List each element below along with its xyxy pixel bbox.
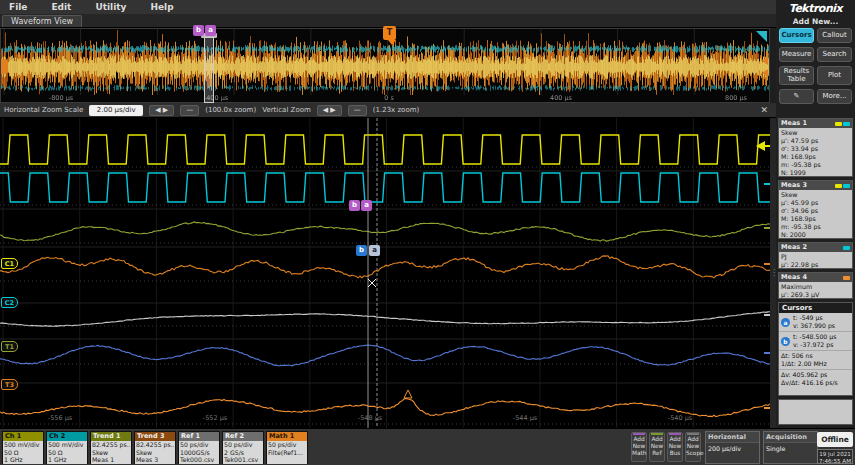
bottom-badge-bar: Ch 1 500 mV/div 50 Ω 1 GHz Ch 2 500 mV/d…: [0, 428, 855, 465]
badge-ref1[interactable]: Ref 1 50 ps/div 1000GS/s Tek000.csv: [178, 431, 220, 464]
trigger-level-arrow-icon[interactable]: [756, 141, 765, 151]
v-zoom-minus-button[interactable]: —: [348, 105, 367, 116]
empty-results-panel: [778, 399, 853, 425]
acquisition-badge[interactable]: Acquisition Single: [763, 431, 818, 464]
handle-ch1[interactable]: C1: [1, 258, 18, 269]
overview-axis-tick: 400 μs: [550, 94, 572, 102]
handle-ch2[interactable]: C2: [1, 297, 18, 308]
zoom-close-icon[interactable]: ✕: [760, 105, 772, 115]
badge-ref1-title: Ref 1: [179, 432, 219, 441]
overview-channel-handle[interactable]: [1, 59, 8, 74]
handle-trend3[interactable]: T3: [1, 379, 18, 390]
add-results-table-button[interactable]: Results Table: [779, 66, 814, 85]
badge-line: Tek000.csv: [180, 456, 218, 464]
badge-ch2-title: Ch 2: [47, 432, 87, 441]
cursors-readout-badge[interactable]: Cursors a t: -549 μs v: 367.990 ps b t: …: [778, 302, 853, 396]
time-value: 7:46:55 AM: [819, 458, 851, 464]
cursor-a-time: t: -549 μs: [793, 314, 835, 322]
badge-line: 82.4255 ps...: [92, 441, 130, 449]
add-measure-button[interactable]: Measure: [779, 47, 814, 62]
datetime-display[interactable]: 19 Jul 2021 7:46:55 AM: [817, 449, 853, 464]
add-callout-button[interactable]: Callout: [817, 28, 852, 43]
cursor-b-flag-trend1[interactable]: b: [349, 200, 360, 211]
draw-button[interactable]: ✎: [779, 89, 814, 104]
meas1-title: Meas 1: [781, 119, 807, 128]
badge-line: 50 Ω: [4, 449, 42, 457]
main-axis-tick: -544 μs: [513, 414, 537, 422]
add-search-button[interactable]: Search: [817, 47, 852, 62]
bus-color-strip: [669, 433, 681, 435]
meas2-mean: μ': 22.98 ps: [781, 261, 850, 269]
more-button[interactable]: More...: [817, 89, 852, 104]
badge-trend1-title: Trend 1: [91, 432, 131, 441]
waveform-traces: [0, 118, 770, 428]
badge-line: Skew: [92, 449, 130, 457]
add-cursors-button[interactable]: Cursors: [779, 28, 814, 43]
badge-ch2[interactable]: Ch 2 500 mV/div 50 Ω 1 GHz: [46, 431, 88, 464]
meas2-name: PJ: [781, 253, 850, 261]
badge-ref2[interactable]: Ref 2 50 ps/div 2 GS/s Tek001.csv: [222, 431, 264, 464]
cursor-b-flag-trend3[interactable]: b: [356, 245, 367, 256]
tab-waveform-view[interactable]: Waveform View: [2, 15, 82, 27]
badge-trend3-title: Trend 3: [135, 432, 175, 441]
main-axis-tick: -540 μs: [668, 414, 692, 422]
zoom-waveform-view[interactable]: C1 C2 T1 T3 R1 R2 M1 b a b a -556 μs -55…: [0, 118, 770, 428]
menu-edit[interactable]: Edit: [51, 2, 71, 12]
menu-utility[interactable]: Utility: [95, 2, 126, 12]
add-new-ref-button[interactable]: Add New Ref: [649, 432, 665, 462]
h-zoom-step-buttons[interactable]: ◀ ▶: [149, 105, 174, 116]
add-plot-button[interactable]: Plot: [817, 66, 852, 85]
badge-trend1[interactable]: Trend 1 82.4255 ps... Skew Meas 1: [90, 431, 132, 464]
h-zoom-scale-label: Horizontal Zoom Scale: [4, 106, 83, 114]
meas1-badge[interactable]: Meas 1 Skew μ': 47.59 ps σ': 33.94 ps M:…: [778, 118, 853, 177]
cursor-b-flag-overview[interactable]: b: [193, 25, 204, 36]
badge-line: 50 ps/div: [268, 441, 306, 449]
cursor-delta-t-readout: Δt: 506 ns 1/Δt: 2.00 MHz: [779, 351, 852, 370]
badge-trend3[interactable]: Trend 3 82.4255 ps... Skew Meas 3: [134, 431, 176, 464]
scope-color-strip: [687, 433, 699, 435]
cursor-b-value: v: -37.972 ps: [793, 341, 836, 349]
math-color-strip: [633, 433, 645, 435]
badge-line: 82.4255 ps...: [136, 441, 174, 449]
meas2-badge[interactable]: Meas 2 PJ μ': 22.98 ps: [778, 242, 853, 269]
cursor-a-flag-trend1[interactable]: a: [361, 200, 372, 211]
cursor-a-flag-trend3[interactable]: a: [369, 245, 380, 256]
badge-line: Meas 3: [136, 456, 174, 464]
badge-line: 2 GS/s: [224, 449, 262, 457]
handle-trend1[interactable]: T1: [1, 341, 18, 352]
badge-math1[interactable]: Math 1 50 ps/div Filte(Ref1...: [266, 431, 308, 464]
meas3-min: m: -95.38 ps: [781, 223, 850, 231]
zoom-window[interactable]: [204, 37, 214, 103]
meas4-badge[interactable]: Meas 4 Maximum μ': 269.3 μV: [778, 272, 853, 299]
add-new-title: Add New...: [776, 17, 855, 26]
trigger-position-icon[interactable]: T: [383, 26, 396, 40]
add-new-bus-button[interactable]: Add New Bus: [667, 432, 683, 462]
main-axis-tick: -556 μs: [48, 414, 72, 422]
meas1-mean: μ': 47.59 ps: [781, 137, 850, 145]
overview-axis-tick: 0 s: [384, 94, 394, 102]
badge-ch1-title: Ch 1: [3, 432, 43, 441]
delta-t: Δt: 506 ns: [781, 352, 827, 360]
horizontal-badge[interactable]: Horizontal 200 μs/div: [705, 431, 760, 464]
h-zoom-minus-button[interactable]: —: [180, 105, 199, 116]
meas1-name: Skew: [781, 129, 850, 137]
waveform-overview[interactable]: -800 μs -400 μs 0 s 400 μs 800 μs b a T: [0, 28, 770, 103]
offline-button[interactable]: Offline: [817, 432, 853, 447]
menu-file[interactable]: File: [9, 2, 27, 12]
cursors-panel-title: Cursors: [779, 303, 852, 313]
v-zoom-step-buttons[interactable]: ◀ ▶: [317, 105, 342, 116]
add-new-math-button[interactable]: Add New Math: [631, 432, 647, 462]
meas3-title: Meas 3: [781, 181, 807, 190]
meas3-source-pills: [835, 184, 850, 188]
meas3-badge[interactable]: Meas 3 Skew μ': 45.99 ps σ': 34.96 ps M:…: [778, 180, 853, 239]
add-new-scope-button[interactable]: Add New Scope: [685, 432, 701, 462]
main-axis-tick: -552 μs: [203, 414, 227, 422]
cursor-a-icon: a: [781, 318, 790, 327]
h-zoom-scale-value[interactable]: 2.00 μs/div: [89, 105, 143, 116]
menu-help[interactable]: Help: [150, 2, 173, 12]
cursor-a-flag-overview[interactable]: a: [205, 25, 216, 36]
badge-ch1[interactable]: Ch 1 500 mV/div 50 Ω 1 GHz: [2, 431, 44, 464]
cursor-a-readout: a t: -549 μs v: 367.990 ps: [779, 313, 852, 332]
meas1-source-pills: [835, 122, 850, 126]
overview-axis-tick: 800 μs: [725, 94, 747, 102]
